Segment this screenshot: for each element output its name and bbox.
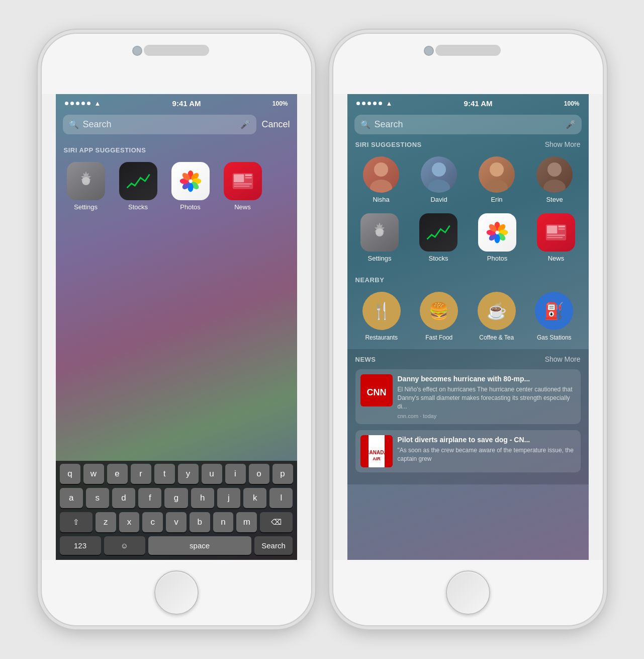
home-button-1[interactable] xyxy=(154,570,199,615)
search-input-1[interactable]: 🔍 Search 🎤 xyxy=(63,115,257,134)
key-y[interactable]: y xyxy=(178,464,199,484)
search-icon-1: 🔍 xyxy=(69,120,79,129)
key-emoji[interactable]: ☺ xyxy=(104,536,145,555)
dot1 xyxy=(65,102,68,105)
app-news-1[interactable]: News xyxy=(221,162,265,211)
app-photos-1[interactable]: Photos xyxy=(168,162,213,211)
app-settings-2[interactable]: Settings xyxy=(357,213,402,262)
key-search[interactable]: Search xyxy=(254,536,293,555)
search-bar-1[interactable]: 🔍 Search 🎤 Cancel xyxy=(56,111,297,138)
svg-rect-34 xyxy=(559,226,566,227)
home-button-2[interactable] xyxy=(446,570,490,615)
news-header: NEWS Show More xyxy=(355,355,581,363)
news-headline-1: Danny becomes hurricane with 80-mp... xyxy=(398,374,576,383)
key-n[interactable]: n xyxy=(213,512,234,532)
battery-display-2: 100% xyxy=(564,100,580,107)
avatar-nisha xyxy=(363,156,399,193)
gas-label: Gas Stations xyxy=(537,334,572,341)
contact-name-erin: Erin xyxy=(491,196,502,203)
nearby-gas[interactable]: ⛽ Gas Stations xyxy=(535,292,573,341)
key-b[interactable]: b xyxy=(190,512,210,532)
phone-2: ▲ 9:41 AM 100% 🔍 Search 🎤 SIRI SUGGESTIO… xyxy=(332,33,604,626)
key-i[interactable]: i xyxy=(225,464,246,484)
photos-icon-1 xyxy=(171,162,210,200)
contact-steve[interactable]: Steve xyxy=(536,156,573,203)
key-k[interactable]: k xyxy=(243,488,266,508)
key-delete[interactable]: ⌫ xyxy=(260,512,293,532)
key-a[interactable]: a xyxy=(60,488,83,508)
key-d[interactable]: d xyxy=(112,488,135,508)
svg-rect-35 xyxy=(559,228,566,229)
app-settings-1[interactable]: Settings xyxy=(64,162,108,211)
svg-point-20 xyxy=(486,180,508,193)
siri-suggestions-1: SIRI APP SUGGESTIONS Settings xyxy=(56,138,297,217)
camera-1 xyxy=(132,46,142,56)
show-more-siri[interactable]: Show More xyxy=(545,140,581,148)
mic-icon-1[interactable]: 🎤 xyxy=(240,120,250,129)
key-space[interactable]: space xyxy=(148,536,251,555)
key-h[interactable]: h xyxy=(191,488,214,508)
settings-label-2: Settings xyxy=(368,255,392,262)
nearby-coffee[interactable]: ☕ Coffee & Tea xyxy=(478,292,516,341)
key-l[interactable]: l xyxy=(269,488,293,508)
svg-point-21 xyxy=(547,162,562,177)
search-placeholder-1: Search xyxy=(83,119,237,130)
settings-label-1: Settings xyxy=(74,203,98,211)
news-item-1[interactable]: CNN Danny becomes hurricane with 80-mp..… xyxy=(355,369,581,424)
key-w[interactable]: w xyxy=(83,464,104,484)
key-t[interactable]: t xyxy=(154,464,175,484)
nearby-title: NEARBY xyxy=(355,276,581,284)
svg-point-17 xyxy=(432,162,446,177)
key-p[interactable]: p xyxy=(272,464,293,484)
key-u[interactable]: u xyxy=(202,464,222,484)
search-bar-2[interactable]: 🔍 Search 🎤 xyxy=(347,111,589,138)
search-input-2[interactable]: 🔍 Search 🎤 xyxy=(354,115,582,134)
cancel-button-1[interactable]: Cancel xyxy=(261,119,290,130)
contact-erin[interactable]: Erin xyxy=(479,156,515,203)
contact-david[interactable]: David xyxy=(421,156,457,203)
svg-text:AIR: AIR xyxy=(373,456,381,461)
key-shift[interactable]: ⇧ xyxy=(60,512,93,532)
key-c[interactable]: c xyxy=(142,512,163,532)
app-news-2[interactable]: News xyxy=(534,213,578,262)
key-m[interactable]: m xyxy=(236,512,257,532)
contact-nisha[interactable]: Nisha xyxy=(363,156,399,203)
key-f[interactable]: f xyxy=(138,488,161,508)
key-v[interactable]: v xyxy=(166,512,187,532)
phone-bottom-1 xyxy=(42,560,311,625)
key-r[interactable]: r xyxy=(131,464,151,484)
news-label-1: News xyxy=(234,203,251,211)
key-q[interactable]: q xyxy=(60,464,80,484)
show-more-news[interactable]: Show More xyxy=(545,355,581,363)
key-o[interactable]: o xyxy=(249,464,269,484)
mic-icon-2[interactable]: 🎤 xyxy=(566,120,576,129)
battery-display-1: 100% xyxy=(272,100,288,107)
key-j[interactable]: j xyxy=(217,488,240,508)
key-g[interactable]: g xyxy=(164,488,188,508)
app-stocks-1[interactable]: Stocks xyxy=(116,162,160,211)
key-123[interactable]: 123 xyxy=(60,536,101,555)
nearby-restaurants[interactable]: 🍴 Restaurants xyxy=(362,292,401,341)
keyboard-row-3: ⇧ z x c v b n m ⌫ xyxy=(56,509,297,533)
news-item-2[interactable]: CANADA AIR Pilot diverts airplane to sav… xyxy=(355,430,581,472)
search-icon-2: 🔍 xyxy=(360,120,371,129)
svg-rect-14 xyxy=(234,186,250,187)
dot4-2 xyxy=(373,102,377,105)
search-placeholder-2: Search xyxy=(375,119,562,130)
avatar-david xyxy=(421,156,457,193)
key-x[interactable]: x xyxy=(119,512,140,532)
nearby-fastfood[interactable]: 🍔 Fast Food xyxy=(420,292,458,341)
photos-icon-2 xyxy=(478,213,516,252)
news-headline-2: Pilot diverts airplane to save dog - CN.… xyxy=(398,435,576,444)
key-z[interactable]: z xyxy=(96,512,116,532)
screen-1: ▲ 9:41 AM 100% 🔍 Search 🎤 Cancel SIRI AP… xyxy=(56,94,297,560)
app-stocks-2[interactable]: Stocks xyxy=(416,213,461,262)
key-s[interactable]: s xyxy=(86,488,109,508)
speaker-1 xyxy=(144,45,209,56)
settings-icon-1 xyxy=(67,162,105,200)
nearby-grid: 🍴 Restaurants 🍔 Fast Food ☕ Coffee & Tea… xyxy=(355,292,581,341)
app-grid-1: Settings Stocks xyxy=(64,162,289,211)
phone-top-1 xyxy=(42,34,311,94)
app-photos-2[interactable]: Photos xyxy=(475,213,519,262)
key-e[interactable]: e xyxy=(107,464,128,484)
